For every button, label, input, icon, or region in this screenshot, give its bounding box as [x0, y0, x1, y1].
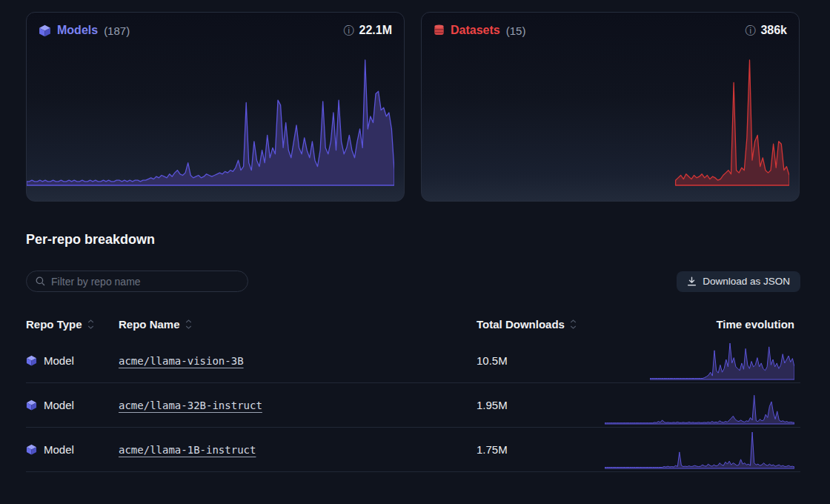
cube-icon [26, 399, 37, 411]
summary-cards-row: Models (187) ⓘ 22.1M [26, 12, 800, 202]
datasets-downloads-chart[interactable] [422, 59, 789, 186]
datasets-total-downloads: 386k [760, 24, 787, 37]
datasets-card: Datasets (15) ⓘ 386k [421, 12, 800, 202]
models-card-header: Models (187) ⓘ 22.1M [27, 13, 404, 37]
time-evolution-cell [600, 339, 800, 382]
total-downloads-cell: 1.75M [477, 443, 600, 456]
repo-type-cell: Model [26, 443, 119, 456]
per-repo-table: Repo Type Repo Name Total Downloads [26, 309, 800, 472]
models-card-title[interactable]: Models [57, 24, 98, 37]
total-downloads-cell: 10.5M [477, 354, 600, 367]
download-json-button[interactable]: Download as JSON [677, 271, 800, 292]
sort-icon[interactable] [185, 319, 192, 329]
sort-icon[interactable] [87, 319, 94, 329]
models-downloads-chart[interactable] [27, 59, 394, 186]
models-total-downloads: 22.1M [359, 24, 392, 37]
time-evolution-cell [600, 383, 800, 427]
datasets-count: (15) [506, 24, 526, 37]
table-row: Model acme/llama-32B-instruct 1.95M [26, 383, 800, 428]
info-icon[interactable]: ⓘ [745, 25, 755, 36]
total-downloads-cell: 1.95M [477, 399, 600, 411]
sort-icon[interactable] [570, 319, 577, 329]
cube-icon [26, 355, 37, 366]
repo-type-cell: Model [26, 354, 119, 367]
repo-sparkline-chart[interactable] [650, 342, 794, 380]
column-header-total-downloads[interactable]: Total Downloads [477, 318, 600, 331]
search-icon [36, 276, 45, 286]
repo-name-link[interactable]: acme/llama-vision-3B [119, 355, 244, 367]
models-count: (187) [104, 24, 130, 37]
column-header-repo-name[interactable]: Repo Name [119, 318, 477, 331]
repo-name-link[interactable]: acme/llama-32B-instruct [119, 399, 262, 411]
table-row: Model acme/llama-vision-3B 10.5M [26, 339, 800, 383]
dashboard: Models (187) ⓘ 22.1M [0, 0, 830, 472]
cube-icon [26, 444, 37, 455]
time-evolution-cell [600, 428, 800, 471]
table-header-row: Repo Type Repo Name Total Downloads [26, 309, 800, 339]
repo-sparkline-chart[interactable] [605, 391, 794, 425]
cube-icon [39, 24, 51, 37]
repo-name-link[interactable]: acme/llama-1B-instruct [119, 444, 256, 456]
download-json-label: Download as JSON [703, 276, 790, 287]
search-input[interactable] [51, 276, 239, 288]
repo-type-cell: Model [26, 399, 119, 411]
column-header-time-evolution: Time evolution [600, 318, 800, 331]
models-card: Models (187) ⓘ 22.1M [26, 12, 405, 202]
table-toolbar: Download as JSON [26, 271, 800, 292]
repo-filter[interactable] [26, 271, 248, 292]
download-icon [687, 276, 697, 286]
page-title: Per-repo breakdown [26, 232, 800, 248]
datasets-card-header: Datasets (15) ⓘ 386k [422, 13, 799, 37]
table-row: Model acme/llama-1B-instruct 1.75M [26, 428, 800, 472]
column-header-repo-type[interactable]: Repo Type [26, 318, 119, 331]
info-icon[interactable]: ⓘ [344, 25, 354, 36]
datasets-card-title[interactable]: Datasets [451, 24, 500, 37]
database-icon [434, 24, 445, 36]
repo-sparkline-chart[interactable] [605, 431, 794, 469]
